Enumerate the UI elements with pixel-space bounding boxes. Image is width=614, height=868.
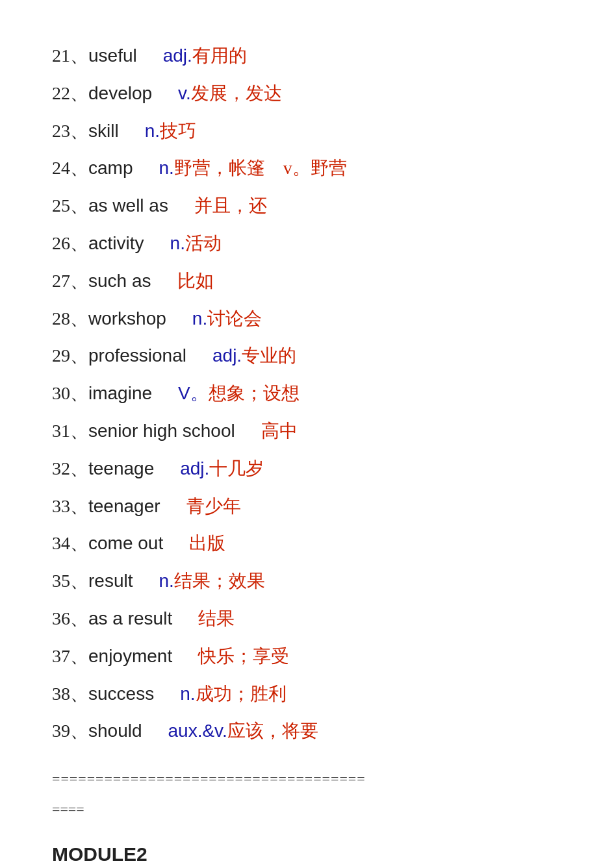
item-number: 24、 [52,151,88,185]
item-chinese: 技巧 [160,114,196,148]
item-chinese: 应该，将要 [227,714,318,748]
item-chinese: 专业的 [242,339,296,373]
item-pos: n. [159,151,173,185]
item-chinese: 高中 [261,414,298,448]
item-english: professional [88,339,205,373]
item-english: camp [88,151,151,185]
item-chinese: 出版 [189,527,225,560]
item-number: 29、 [52,339,88,373]
vocab-item: 29、professional adj.专业的 [52,339,562,373]
item-number: 22、 [52,77,88,110]
item-number: 36、 [52,602,88,636]
vocab-item: 26、activity n. 活动 [52,227,562,260]
item-number: 31、 [52,414,88,448]
item-chinese: 结果；效果 [174,564,265,598]
item-number: 33、 [52,490,88,523]
item-pos: aux.&v. [168,714,227,748]
vocab-item: 31、senior high school 高中 [52,414,562,448]
item-number: 27、 [52,264,88,298]
item-chinese: 野营，帐篷 v。野营 [174,151,347,185]
item-pos: adj. [180,452,209,486]
item-english: such as [88,264,170,298]
vocab-item: 37、enjoyment 快乐；享受 [52,639,562,673]
item-pos: n. [159,564,173,598]
item-english: imagine [88,377,170,410]
item-english: should [88,714,160,748]
item-english: result [88,564,151,598]
item-number: 32、 [52,452,88,486]
item-number: 38、 [52,677,88,711]
vocab-item: 38、success n.成功；胜利 [52,677,562,711]
vocab-item: 22、develop v.发展，发达 [52,77,562,110]
divider-short: ==== [52,797,562,823]
item-number: 39、 [52,714,88,748]
item-number: 23、 [52,114,88,148]
item-chinese: 讨论会 [207,302,262,336]
item-english: activity [88,227,162,260]
vocab-item: 30、imagine V。想象；设想 [52,377,562,410]
item-pos: n. [170,227,185,260]
item-chinese: 十几岁 [209,452,264,486]
item-chinese: 想象；设想 [209,377,300,410]
item-number: 34、 [52,527,88,560]
item-chinese: 成功；胜利 [196,677,287,711]
vocab-item: 21、useful adj.有用的 [52,39,562,73]
item-chinese: 并且，还 [194,189,267,223]
item-english: skill [88,114,137,148]
item-chinese: 青少年 [186,490,241,523]
vocab-item: 34、come out 出版 [52,527,562,560]
item-number: 30、 [52,377,88,410]
item-chinese: 发展，发达 [191,77,282,110]
vocab-item: 32、teenage adj.十几岁 [52,452,562,486]
vocab-item: 39、should aux.&v.应该，将要 [52,714,562,748]
item-english: as a result [88,602,190,636]
item-english: enjoyment [88,639,190,673]
vocab-item: 24、camp n.野营，帐篷 v。野营 [52,151,562,185]
item-english: teenage [88,452,172,486]
item-pos: v. [178,77,191,110]
vocab-item: 27、such as 比如 [52,264,562,298]
item-pos: adj. [212,339,242,373]
item-chinese: 比如 [177,264,214,298]
item-english: as well as [88,189,186,223]
item-english: teenager [88,490,179,523]
item-number: 35、 [52,564,88,598]
item-english: develop [88,77,170,110]
item-number: 37、 [52,639,88,673]
item-pos: n. [192,302,207,336]
vocabulary-list: 21、useful adj.有用的22、develop v.发展，发达23、sk… [52,39,562,748]
item-chinese: 有用的 [192,39,247,73]
divider-long: ==================================== [52,766,562,793]
item-english: senior high school [88,414,253,448]
item-number: 26、 [52,227,88,260]
item-english: success [88,677,172,711]
item-pos: V。 [178,377,209,410]
vocab-item: 23、skill n.技巧 [52,114,562,148]
item-pos: n. [180,677,195,711]
item-english: come out [88,527,181,560]
vocab-item: 35、result n. 结果；效果 [52,564,562,598]
vocab-item: 36、as a result 结果 [52,602,562,636]
item-number: 21、 [52,39,88,73]
item-pos: n. [145,114,160,148]
item-chinese: 快乐；享受 [198,639,289,673]
item-pos: adj. [163,39,192,73]
item-number: 28、 [52,302,88,336]
vocab-item: 28、workshop n.讨论会 [52,302,562,336]
item-english: workshop [88,302,185,336]
vocab-item: 25、as well as 并且，还 [52,189,562,223]
vocab-item: 33、teenager 青少年 [52,490,562,523]
item-chinese: 活动 [185,227,222,260]
item-english: useful [88,39,155,73]
item-number: 25、 [52,189,88,223]
module-title: MODULE2 [52,836,562,868]
item-chinese: 结果 [198,602,235,636]
